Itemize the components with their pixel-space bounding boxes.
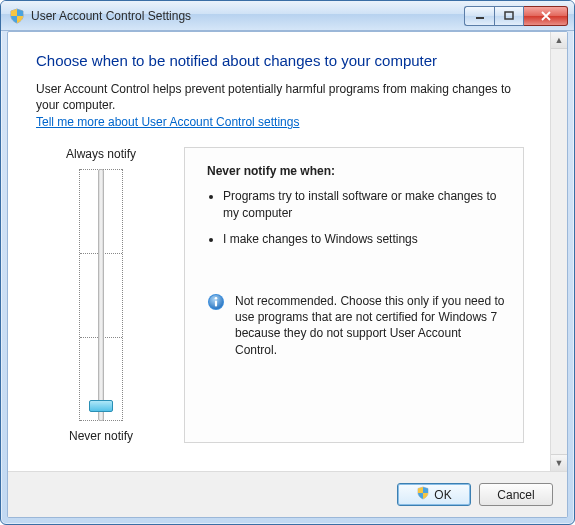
window-title: User Account Control Settings [31, 9, 464, 23]
description-bullet: I make changes to Windows settings [223, 231, 505, 247]
slider-column: Always notify Nev [36, 147, 166, 443]
info-icon [207, 293, 225, 311]
titlebar[interactable]: User Account Control Settings [1, 1, 574, 31]
help-link[interactable]: Tell me more about User Account Control … [36, 115, 299, 129]
close-button[interactable] [524, 6, 568, 26]
svg-rect-5 [215, 300, 217, 306]
cancel-button[interactable]: Cancel [479, 483, 553, 506]
ok-button[interactable]: OK [397, 483, 471, 506]
uac-shield-icon [9, 8, 25, 24]
vertical-scrollbar[interactable]: ▲ ▼ [550, 32, 567, 471]
slider-label-top: Always notify [36, 147, 166, 161]
slider-label-bottom: Never notify [36, 429, 166, 443]
page-heading: Choose when to be notified about changes… [36, 52, 524, 69]
description-bullet: Programs try to install software or make… [223, 188, 505, 220]
svg-rect-0 [476, 17, 484, 19]
description-title: Never notify me when: [207, 164, 505, 178]
svg-point-4 [215, 297, 218, 300]
scroll-down-arrow-icon[interactable]: ▼ [551, 454, 567, 471]
uac-shield-icon [416, 486, 430, 503]
window-controls [464, 6, 568, 26]
scroll-up-arrow-icon[interactable]: ▲ [551, 32, 567, 49]
button-bar: OK Cancel [8, 471, 567, 517]
info-text: Not recommended. Choose this only if you… [235, 293, 505, 358]
slider-thumb[interactable] [89, 400, 113, 412]
description-panel: Never notify me when: Programs try to in… [184, 147, 524, 443]
maximize-button[interactable] [494, 6, 524, 26]
cancel-button-label: Cancel [497, 488, 534, 502]
minimize-button[interactable] [464, 6, 494, 26]
content: Choose when to be notified about changes… [8, 32, 550, 471]
uac-window: User Account Control Settings Choose whe… [0, 0, 575, 525]
intro-text: User Account Control helps prevent poten… [36, 81, 524, 113]
client-area: Choose when to be notified about changes… [7, 31, 568, 518]
ok-button-label: OK [434, 488, 451, 502]
svg-rect-1 [505, 12, 513, 19]
notification-level-slider[interactable] [79, 169, 123, 421]
